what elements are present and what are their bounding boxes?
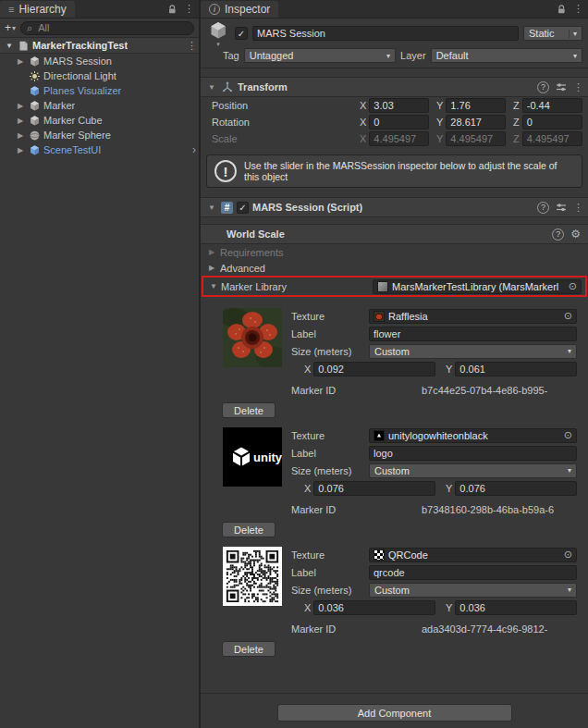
panel-menu-icon[interactable]: ⋮ (184, 3, 193, 15)
texture-label: Texture (291, 430, 366, 441)
active-checkbox[interactable]: ✓ (235, 27, 248, 40)
gear-icon[interactable]: ⚙ (570, 228, 581, 241)
rotation-z-input[interactable] (522, 115, 582, 130)
texture-object-field[interactable]: QRCode ⊙ (369, 548, 577, 562)
position-y-input[interactable] (446, 98, 506, 113)
lock-icon[interactable] (166, 4, 178, 15)
marker-id-value: b7348160-298b-46ba-b59a-6 (422, 504, 554, 515)
foldout-closed-icon[interactable]: ▶ (15, 102, 26, 110)
marker-texture-thumbnail[interactable] (223, 308, 282, 367)
marker-texture-thumbnail[interactable] (223, 547, 282, 606)
transform-header[interactable]: ▼ Transform ? ⋮ (201, 77, 588, 97)
mars-session-script-header[interactable]: ▼ # ✓ MARS Session (Script) ? ⋮ (201, 197, 588, 217)
preset-icon[interactable] (556, 202, 567, 213)
lock-icon[interactable] (556, 4, 567, 15)
delete-button[interactable]: Delete (222, 641, 276, 657)
hierarchy-item-label: Directional Light (43, 70, 116, 81)
menu-icon[interactable]: ⋮ (573, 202, 582, 214)
foldout-closed-icon[interactable]: ▶ (206, 248, 217, 256)
marker-id-label: Marker ID (291, 504, 366, 515)
hierarchy-tab-icon: ≡ (8, 4, 14, 15)
object-picker-icon[interactable]: ⊙ (564, 549, 572, 561)
tab-hierarchy[interactable]: ≡ Hierarchy (0, 1, 75, 18)
size-x-input[interactable] (313, 362, 435, 376)
texture-object-field[interactable]: unitylogowhiteonblack ⊙ (369, 428, 577, 443)
help-icon[interactable]: ? (537, 202, 549, 214)
delete-button[interactable]: Delete (222, 522, 276, 537)
texture-mini-icon (374, 311, 385, 322)
size-mode-dropdown[interactable]: Custom ▾ (369, 583, 577, 598)
hierarchy-scene-row[interactable]: ▼ MarkerTrackingTest ⋮ (0, 38, 199, 54)
axis-x-label: X (304, 602, 311, 613)
marker-library-object-field[interactable]: MarsMarkerTestLibrary (MarsMarkerl ⊙ (373, 279, 582, 294)
hierarchy-item-marker-sphere[interactable]: ▶ Marker Sphere (0, 128, 199, 142)
foldout-open-icon[interactable]: ▼ (4, 42, 15, 50)
marker-entry-unity-logo: unity Texture unitylogowhiteonblack ⊙ La… (201, 424, 588, 543)
component-enabled-checkbox[interactable]: ✓ (237, 202, 249, 214)
marker-label-input[interactable] (369, 327, 577, 341)
position-x-input[interactable] (369, 98, 429, 113)
foldout-closed-icon[interactable]: ▶ (206, 264, 217, 272)
position-z-input[interactable] (522, 98, 582, 113)
size-x-input[interactable] (313, 481, 435, 496)
help-icon[interactable]: ? (537, 81, 549, 93)
size-y-input[interactable] (455, 600, 577, 615)
hierarchy-toolbar: + ▾ ⌕ (0, 19, 199, 38)
delete-button[interactable]: Delete (222, 402, 276, 418)
foldout-closed-icon[interactable]: ▶ (15, 146, 26, 154)
add-component-button[interactable]: Add Component (277, 704, 512, 722)
marker-library-row[interactable]: ▼ Marker Library MarsMarkerTestLibrary (… (203, 278, 585, 295)
requirements-foldout[interactable]: ▶ Requirements (201, 244, 588, 260)
chevron-right-icon[interactable]: › (192, 143, 196, 156)
search-input[interactable] (36, 21, 188, 34)
size-mode-dropdown[interactable]: Custom ▾ (369, 463, 577, 478)
axis-x-label: X (360, 117, 366, 128)
size-mode-dropdown[interactable]: Custom ▾ (369, 344, 577, 359)
tab-inspector[interactable]: i Inspector (201, 1, 278, 18)
help-icon[interactable]: ? (552, 228, 564, 241)
foldout-closed-icon[interactable]: ▶ (15, 131, 26, 140)
size-x-input[interactable] (313, 600, 435, 615)
hierarchy-item-label: MARS Session (43, 56, 112, 67)
hierarchy-tabbar: ≡ Hierarchy ⋮ (0, 0, 199, 19)
world-scale-section-header[interactable]: World Scale ? ⚙ (201, 224, 588, 244)
size-y-input[interactable] (455, 481, 577, 496)
advanced-foldout[interactable]: ▶ Advanced (201, 260, 588, 276)
marker-library-label: Marker Library (221, 281, 371, 292)
foldout-closed-icon[interactable]: ▶ (15, 57, 26, 66)
menu-icon[interactable]: ⋮ (573, 81, 582, 93)
marker-texture-thumbnail[interactable]: unity (223, 427, 282, 487)
object-picker-icon[interactable]: ⊙ (564, 429, 572, 441)
gameobject-icon-button[interactable]: ▾ (206, 20, 230, 47)
foldout-open-icon[interactable]: ▼ (206, 204, 217, 212)
foldout-open-icon[interactable]: ▼ (208, 282, 219, 290)
foldout-closed-icon[interactable]: ▶ (15, 117, 26, 125)
axis-y-label: Y (436, 133, 443, 144)
texture-object-field[interactable]: Rafflesia ⊙ (369, 309, 577, 324)
marker-label-input[interactable] (369, 446, 577, 461)
object-picker-icon[interactable]: ⊙ (569, 280, 577, 292)
panel-menu-icon[interactable]: ⋮ (573, 3, 582, 15)
hierarchy-item-planes-visualizer[interactable]: Planes Visualizer (0, 83, 199, 98)
static-dropdown[interactable]: Static ▾ (523, 26, 582, 41)
texture-mini-icon (374, 430, 385, 441)
hierarchy-item-marker-cube[interactable]: ▶ Marker Cube (0, 113, 199, 128)
size-y-input[interactable] (455, 362, 577, 376)
rotation-x-input[interactable] (369, 115, 429, 130)
create-object-button[interactable]: + ▾ (5, 21, 16, 34)
tag-dropdown[interactable]: Untagged ▾ (244, 48, 396, 63)
preset-icon[interactable] (556, 81, 567, 93)
layer-dropdown[interactable]: Default ▾ (431, 48, 582, 63)
object-picker-icon[interactable]: ⊙ (564, 310, 572, 322)
gameobject-name-input[interactable] (252, 26, 519, 41)
rotation-y-input[interactable] (446, 115, 506, 130)
hierarchy-item-marker[interactable]: ▶ Marker (0, 98, 199, 113)
marker-label-input[interactable] (369, 565, 577, 580)
hierarchy-item-directional-light[interactable]: Directional Light (0, 68, 199, 83)
axis-z-label: Z (513, 117, 520, 128)
hierarchy-search[interactable]: ⌕ (20, 21, 194, 35)
hierarchy-item-mars-session[interactable]: ▶ MARS Session (0, 54, 199, 68)
menu-icon[interactable]: ⋮ (187, 40, 196, 52)
hierarchy-item-scenetestui[interactable]: ▶ SceneTestUI › (0, 142, 199, 157)
foldout-open-icon[interactable]: ▼ (206, 83, 217, 92)
